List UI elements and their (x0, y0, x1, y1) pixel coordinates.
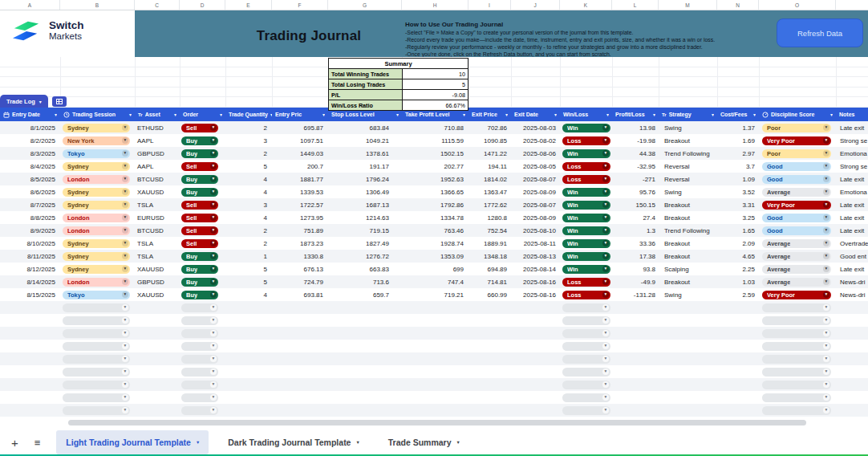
empty-dropdown-pill[interactable]: ▾ (181, 368, 218, 377)
session-chip[interactable]: Sydney▾ (63, 252, 130, 261)
empty-dropdown-pill[interactable]: ▾ (762, 329, 831, 338)
empty-dropdown-pill[interactable]: ▾ (562, 381, 610, 389)
discipline-chip[interactable]: Average▾ (762, 188, 831, 197)
empty-dropdown-pill[interactable]: ▾ (181, 342, 218, 351)
empty-dropdown-pill[interactable]: ▾ (63, 303, 130, 312)
empty-dropdown-pill[interactable]: ▾ (181, 355, 218, 364)
win_loss-chip[interactable]: Win▾ (562, 124, 610, 132)
add-sheet-icon[interactable]: + (11, 436, 18, 450)
column-letter[interactable]: J (511, 0, 560, 10)
win_loss-chip[interactable]: Loss▾ (562, 136, 610, 145)
session-chip[interactable]: Tokyo▾ (63, 291, 130, 299)
column-header-asset[interactable]: TrAsset▾ (135, 108, 180, 121)
sheet-grid-button[interactable] (52, 96, 67, 107)
win_loss-chip[interactable]: Win▾ (562, 214, 610, 222)
empty-dropdown-pill[interactable]: ▾ (63, 316, 130, 325)
discipline-chip[interactable]: Very Poor▾ (762, 291, 831, 299)
column-letter[interactable]: E (225, 0, 272, 10)
refresh-data-button[interactable]: Refresh Data (777, 18, 863, 47)
tab-trade-summary[interactable]: Trade Summary ▾ (379, 430, 469, 454)
order-chip[interactable]: Sell▾ (181, 239, 218, 248)
session-chip[interactable]: London▾ (63, 214, 130, 222)
empty-dropdown-pill[interactable]: ▾ (63, 393, 130, 402)
column-letter[interactable]: M (659, 0, 717, 10)
discipline-chip[interactable]: Average▾ (762, 239, 831, 248)
empty-dropdown-pill[interactable]: ▾ (63, 355, 130, 364)
column-letter[interactable]: N (717, 0, 759, 10)
order-chip[interactable]: Sell▾ (181, 162, 218, 171)
session-chip[interactable]: Sydney▾ (63, 201, 130, 210)
column-letter[interactable]: K (560, 0, 612, 10)
empty-dropdown-pill[interactable]: ▾ (63, 381, 130, 389)
column-letter[interactable]: F (272, 0, 328, 10)
session-chip[interactable]: Tokyo▾ (63, 149, 130, 158)
empty-dropdown-pill[interactable]: ▾ (762, 368, 831, 377)
tab-dark-trading-journal-template[interactable]: Dark Trading Journal Template ▾ (218, 430, 369, 454)
column-letter[interactable]: A (0, 0, 60, 10)
order-chip[interactable]: Sell▾ (181, 226, 218, 235)
order-chip[interactable]: Buy▾ (181, 136, 218, 145)
column-header-win-loss[interactable]: Win/Loss▾ (560, 108, 612, 121)
win_loss-chip[interactable]: Win▾ (562, 265, 610, 274)
session-chip[interactable]: London▾ (63, 175, 130, 184)
column-header-trade-quantity[interactable]: Trade Quantity▾ (225, 108, 272, 121)
empty-dropdown-pill[interactable]: ▾ (63, 342, 130, 351)
empty-dropdown-pill[interactable]: ▾ (181, 329, 218, 338)
empty-dropdown-pill[interactable]: ▾ (63, 368, 130, 377)
discipline-chip[interactable]: Average▾ (762, 265, 831, 274)
empty-dropdown-pill[interactable]: ▾ (562, 342, 610, 351)
empty-dropdown-pill[interactable]: ▾ (181, 303, 218, 312)
win_loss-chip[interactable]: Loss▾ (562, 278, 610, 287)
empty-dropdown-pill[interactable]: ▾ (562, 303, 610, 312)
empty-dropdown-pill[interactable]: ▾ (181, 393, 218, 402)
column-letter[interactable]: L (612, 0, 659, 10)
empty-dropdown-pill[interactable]: ▾ (562, 393, 610, 402)
order-chip[interactable]: Buy▾ (181, 175, 218, 184)
order-chip[interactable]: Buy▾ (181, 252, 218, 261)
win_loss-chip[interactable]: Win▾ (562, 239, 610, 248)
column-header-exit-price[interactable]: Exit Price▾ (468, 108, 511, 121)
discipline-chip[interactable]: Poor▾ (762, 149, 831, 158)
win_loss-chip[interactable]: Win▾ (562, 188, 610, 197)
session-chip[interactable]: Sydney▾ (63, 265, 130, 274)
column-header-exit-date[interactable]: Exit Date▾ (511, 108, 560, 121)
discipline-chip[interactable]: Average▾ (762, 252, 831, 261)
column-header-profit-loss[interactable]: Profit/Loss▾ (612, 108, 659, 121)
win_loss-chip[interactable]: Win▾ (562, 201, 610, 210)
trade-log-tab[interactable]: Trade Log ▾ (0, 95, 48, 108)
session-chip[interactable]: London▾ (63, 278, 130, 287)
column-letter[interactable]: B (60, 0, 135, 10)
empty-dropdown-pill[interactable]: ▾ (562, 406, 610, 415)
order-chip[interactable]: Sell▾ (181, 124, 218, 132)
empty-dropdown-pill[interactable]: ▾ (762, 303, 831, 312)
column-letter[interactable]: G (328, 0, 402, 10)
empty-dropdown-pill[interactable]: ▾ (762, 355, 831, 364)
order-chip[interactable]: Sell▾ (181, 201, 218, 210)
win_loss-chip[interactable]: Loss▾ (562, 175, 610, 184)
session-chip[interactable]: Sydney▾ (63, 239, 130, 248)
order-chip[interactable]: Sell▾ (181, 214, 218, 222)
empty-dropdown-pill[interactable]: ▾ (562, 355, 610, 364)
win_loss-chip[interactable]: Win▾ (562, 226, 610, 235)
all-sheets-icon[interactable]: ≡ (34, 437, 41, 449)
empty-dropdown-pill[interactable]: ▾ (562, 316, 610, 325)
column-letter[interactable]: H (402, 0, 468, 10)
win_loss-chip[interactable]: Win▾ (562, 252, 610, 261)
column-letter[interactable]: C (135, 0, 180, 10)
order-chip[interactable]: Buy▾ (181, 291, 218, 299)
order-chip[interactable]: Buy▾ (181, 188, 218, 197)
column-letter[interactable]: D (180, 0, 225, 10)
horizontal-scrollbar[interactable] (68, 420, 806, 425)
column-letter[interactable]: O (759, 0, 836, 10)
column-letter[interactable]: I (468, 0, 511, 10)
empty-dropdown-pill[interactable]: ▾ (762, 381, 831, 389)
discipline-chip[interactable]: Poor▾ (762, 124, 831, 132)
discipline-chip[interactable]: Good▾ (762, 226, 831, 235)
empty-dropdown-pill[interactable]: ▾ (762, 393, 831, 402)
order-chip[interactable]: Buy▾ (181, 278, 218, 287)
discipline-chip[interactable]: Average▾ (762, 278, 831, 287)
column-header-entry-pric[interactable]: Entry Pric▾ (272, 108, 328, 121)
column-header-entry-date[interactable]: Entry Date▾ (0, 108, 60, 121)
session-chip[interactable]: Sydney▾ (63, 124, 130, 132)
win_loss-chip[interactable]: Loss▾ (562, 162, 610, 171)
